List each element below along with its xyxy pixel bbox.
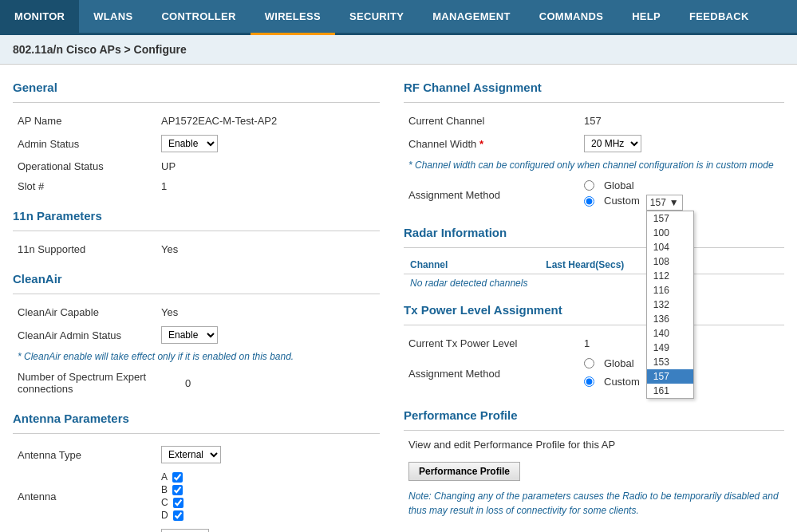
channel-option-153[interactable]: 153: [647, 355, 693, 369]
ap-name-label: AP Name: [13, 111, 156, 131]
tx-custom-radio[interactable]: [584, 376, 594, 387]
assignment-method-label: Assignment Method: [404, 175, 579, 215]
antenna-d-row: D: [161, 510, 375, 521]
antenna-a-label: A: [161, 471, 168, 483]
antenna-d-checkbox[interactable]: [173, 510, 183, 521]
performance-profile-button[interactable]: Performance Profile: [408, 462, 520, 481]
nav-help[interactable]: HELP: [617, 0, 675, 35]
antenna-a-row: A: [161, 471, 375, 483]
rf-divider: [404, 102, 784, 103]
channel-dropdown-list[interactable]: 157 100 104 108 112 116 132 136 140 149: [646, 211, 694, 399]
cleanair-admin-label: CleanAir Admin Status: [13, 322, 156, 348]
channel-width-row: Channel Width * 20 MHz 40 MHz: [404, 131, 784, 156]
channel-option-112[interactable]: 112: [647, 269, 693, 283]
perf-description: View and edit Performance Profile for th…: [408, 439, 779, 451]
custom-radio[interactable]: [584, 196, 594, 207]
cleanair-table: CleanAir Capable Yes CleanAir Admin Stat…: [13, 302, 380, 348]
operational-status-label: Operational Status: [13, 156, 156, 176]
tx-custom-label: Custom: [604, 376, 640, 388]
cleanair-section-title: CleanAir: [13, 272, 380, 287]
antenna-c-label: C: [161, 497, 168, 508]
perf-note: Note: Changing any of the parameters cau…: [408, 489, 779, 518]
channel-option-149[interactable]: 149: [647, 341, 693, 355]
channel-width-label: Channel Width *: [404, 131, 579, 156]
channel-option-116[interactable]: 116: [647, 283, 693, 298]
spectrum-value: 0: [180, 367, 380, 399]
perf-section: View and edit Performance Profile for th…: [404, 439, 784, 518]
current-channel-row: Current Channel 157: [404, 111, 784, 131]
nav-security[interactable]: SECURITY: [335, 0, 418, 35]
channel-width-select[interactable]: 20 MHz 40 MHz: [584, 135, 641, 152]
antenna-label: Antenna: [13, 467, 156, 525]
antenna-divider: [13, 433, 380, 434]
channel-option-104[interactable]: 104: [647, 240, 693, 254]
nav-monitor[interactable]: MONITOR: [0, 0, 79, 35]
admin-status-row: Admin Status Enable Disable: [13, 131, 380, 156]
antenna-d-label: D: [161, 510, 168, 521]
nav-management[interactable]: MANAGEMENT: [418, 0, 525, 35]
cleanair-capable-value: Yes: [156, 302, 380, 322]
cleanair-admin-select[interactable]: Enable Disable: [161, 326, 218, 344]
global-label: Global: [604, 179, 634, 191]
channel-option-132[interactable]: 132: [647, 298, 693, 312]
tx-assignment-label: Assignment Method: [404, 353, 579, 394]
antenna-a-checkbox[interactable]: [172, 472, 183, 483]
nav-controller[interactable]: CONTROLLER: [147, 0, 250, 35]
11n-divider: [13, 231, 380, 231]
radar-no-channels-row: No radar detected channels: [404, 274, 784, 293]
rf-section-title: RF Channel Assignment: [404, 81, 784, 96]
nav-feedback[interactable]: FEEDBACK: [675, 0, 763, 35]
antenna-gain-label: Antenna Gain: [13, 525, 156, 532]
channel-option-157-top[interactable]: 157: [647, 211, 693, 226]
spectrum-table: Number of Spectrum Expert connections 0: [13, 367, 380, 399]
channel-option-108[interactable]: 108: [647, 254, 693, 269]
nav-commands[interactable]: COMMANDS: [525, 0, 617, 35]
antenna-section-title: Antenna Parameters: [13, 412, 380, 427]
cleanair-note: * CleanAir enable will take effect only …: [18, 351, 375, 362]
rf-table: Current Channel 157 Channel Width * 20 M…: [404, 111, 784, 156]
general-divider: [13, 102, 380, 103]
11n-section-title: 11n Parameters: [13, 209, 380, 224]
admin-status-label: Admin Status: [13, 131, 156, 156]
operational-status-row: Operational Status UP: [13, 156, 380, 176]
radar-header-row: Channel Last Heard(Secs): [404, 256, 784, 274]
ap-name-value: AP1572EAC-M-Test-AP2: [156, 111, 380, 131]
operational-status-value: UP: [156, 156, 380, 176]
channel-width-cell: 20 MHz 40 MHz: [579, 131, 784, 156]
radar-section-title: Radar Information: [404, 226, 784, 241]
cleanair-admin-cell: Enable Disable: [156, 322, 380, 348]
global-radio[interactable]: [584, 180, 594, 191]
current-channel-label: Current Channel: [404, 111, 579, 131]
channel-option-100[interactable]: 100: [647, 226, 693, 240]
antenna-c-checkbox[interactable]: [173, 498, 183, 508]
tx-global-radio[interactable]: [584, 358, 594, 368]
cleanair-divider: [13, 294, 380, 294]
breadcrumb: 802.11a/n Cisco APs > Configure: [0, 35, 797, 65]
antenna-b-checkbox[interactable]: [172, 485, 183, 495]
antenna-b-label: B: [161, 484, 168, 495]
antenna-type-select[interactable]: External Internal: [161, 446, 221, 463]
channel-option-136[interactable]: 136: [647, 312, 693, 326]
dropdown-arrow-icon: ▼: [669, 197, 679, 208]
channel-option-157[interactable]: 157: [647, 369, 693, 384]
channel-dropdown-trigger[interactable]: 157 ▼: [646, 195, 683, 211]
channel-width-note: * Channel width can be configured only w…: [408, 160, 779, 171]
nav-wlans[interactable]: WLANs: [79, 0, 147, 35]
assignment-method-table: Assignment Method Global Custom 157: [404, 175, 784, 215]
11n-supported-row: 11n Supported Yes: [13, 239, 380, 259]
perf-section-title: Performance Profile: [404, 408, 784, 424]
admin-status-select[interactable]: Enable Disable: [161, 135, 218, 152]
tx-current-label: Current Tx Power Level: [404, 333, 579, 353]
spectrum-row: Number of Spectrum Expert connections 0: [13, 367, 380, 399]
main-content: General AP Name AP1572EAC-M-Test-AP2 Adm…: [0, 65, 797, 532]
assignment-method-cell: Global Custom 157 ▼: [579, 175, 784, 215]
antenna-gain-input[interactable]: [161, 529, 209, 532]
tx-assignment-row: Assignment Method Global Custom 1 2 3: [404, 353, 784, 394]
channel-option-140[interactable]: 140: [647, 326, 693, 341]
radar-table: Channel Last Heard(Secs) No radar detect…: [404, 256, 784, 292]
antenna-gain-cell: x 0.5 dBi: [156, 525, 380, 532]
spectrum-label: Number of Spectrum Expert connections: [13, 367, 180, 399]
antenna-row: Antenna A B C: [13, 467, 380, 525]
nav-wireless[interactable]: WIRELESS: [251, 0, 335, 35]
channel-option-161[interactable]: 161: [647, 384, 693, 398]
